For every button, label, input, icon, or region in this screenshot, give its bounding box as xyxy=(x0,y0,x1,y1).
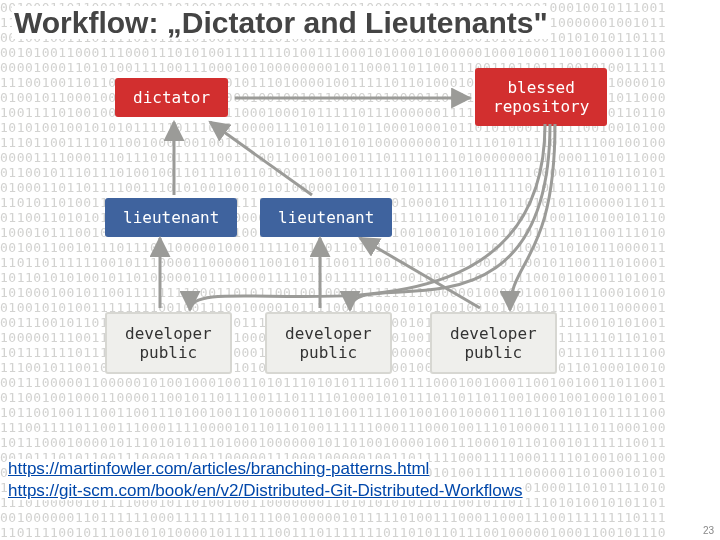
page-number: 23 xyxy=(703,525,714,536)
node-blessed-repository: blessed repository xyxy=(475,68,607,126)
link-martinfowler[interactable]: https://martinfowler.com/articles/branch… xyxy=(8,459,429,478)
reference-links: https://martinfowler.com/articles/branch… xyxy=(8,458,523,502)
node-developer-3: developer public xyxy=(430,312,557,374)
svg-line-5 xyxy=(360,238,480,308)
node-dictator: dictator xyxy=(115,78,228,117)
diagram: dictator blessed repository lieutenant l… xyxy=(60,60,660,440)
svg-line-2 xyxy=(210,122,312,195)
node-lieutenant-1: lieutenant xyxy=(105,198,237,237)
node-developer-1: developer public xyxy=(105,312,232,374)
node-developer-2: developer public xyxy=(265,312,392,374)
link-gitscm[interactable]: https://git-scm.com/book/en/v2/Distribut… xyxy=(8,481,523,500)
title-text: Workflow: „Dictator and Lieutenants" xyxy=(12,6,550,39)
node-lieutenant-2: lieutenant xyxy=(260,198,392,237)
slide-title: Workflow: „Dictator and Lieutenants" xyxy=(12,6,550,40)
